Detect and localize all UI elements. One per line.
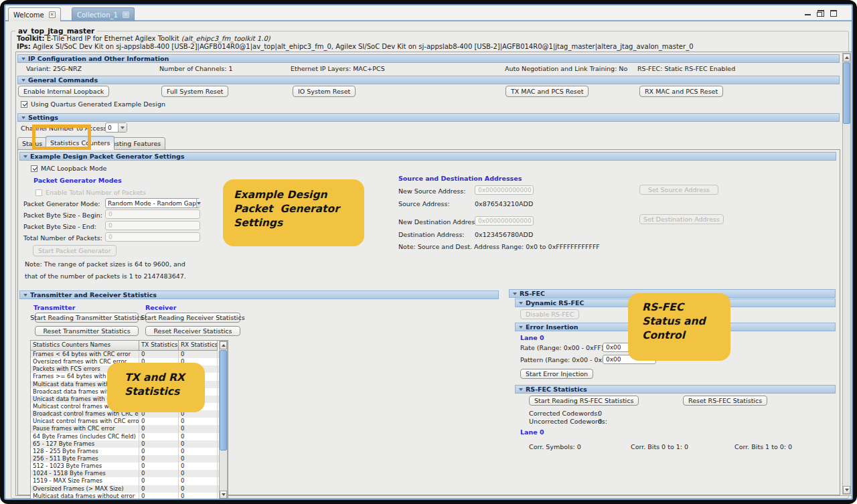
set-source-address-button[interactable]: Set Source Address [639, 185, 718, 195]
total-packets-input[interactable]: 0 [105, 232, 200, 242]
section-general-commands[interactable]: General Commands [17, 76, 840, 84]
master-group: av_top_jtag_master Toolkit: E-Tile Hard … [11, 31, 849, 499]
collapse-triangle-icon[interactable] [21, 58, 25, 60]
table-row[interactable]: Pause frames with CRC error 0 0 [31, 425, 228, 432]
close-icon[interactable]: ✕ [49, 11, 56, 18]
section-settings[interactable]: Settings [17, 113, 840, 122]
start-error-injection-button[interactable]: Start Error Injection [520, 369, 593, 379]
table-row[interactable]: Unicast control frames with CRC error 0 … [31, 418, 228, 425]
stat-name-cell: Pause frames with CRC error [31, 425, 139, 432]
scroll-up-icon[interactable] [843, 54, 850, 62]
reset-rs-fec-stats-button[interactable]: Reset RS-FEC Statistics [683, 396, 767, 406]
table-row[interactable]: 512 - 1023 Byte Frames 0 0 [31, 463, 228, 470]
table-scrollbar-thumb[interactable] [220, 350, 227, 450]
tx-value-cell: 0 [139, 477, 179, 485]
table-row[interactable]: 1519 - MAX Size Frames 0 0 [31, 477, 228, 485]
table-row[interactable]: Multicast data frames without error 0 0 [31, 493, 228, 500]
close-icon[interactable]: ✕ [123, 11, 129, 18]
start-reading-rs-fec-stats-button[interactable]: Start Reading RS-FEC Statistics [529, 396, 639, 406]
collapse-triangle-icon[interactable] [21, 116, 25, 119]
scroll-down-icon[interactable] [843, 486, 850, 494]
io-system-reset-button[interactable]: IO System Reset [293, 86, 356, 97]
disable-rs-fec-button[interactable]: Disable RS-FEC [520, 309, 579, 319]
column-header-names[interactable]: Statistics Counters Names [31, 341, 139, 351]
section-packet-generator[interactable]: Example Design Packet Generator Settings [19, 152, 836, 161]
statistics-table-header: Statistics Counters Names TX Statistics … [31, 341, 228, 351]
tab-welcome[interactable]: Welcome ✕ [8, 7, 61, 21]
collapse-triangle-icon[interactable] [513, 292, 517, 295]
enable-internal-loopback-button[interactable]: Enable Internal Loopback [18, 86, 109, 97]
set-dest-address-button[interactable]: Set Destination Address [639, 214, 724, 224]
chevron-down-icon[interactable] [118, 123, 127, 132]
main-scrollbar-thumb[interactable] [843, 62, 850, 124]
tx-value-cell: 0 [139, 493, 179, 500]
stat-name-cell: 1024 - 1518 Byte Frames [31, 470, 139, 477]
table-row[interactable]: 64 Byte Frames (includes CRC field) 0 0 [31, 433, 228, 440]
size-end-input[interactable]: 0 [105, 221, 200, 230]
collapse-triangle-icon[interactable] [519, 388, 523, 391]
table-row[interactable]: 65 - 127 Byte Frames 0 0 [31, 440, 228, 448]
new-source-input[interactable]: 0x000000000000 [475, 185, 534, 195]
using-example-design-checkbox[interactable]: Using Quartus Generated Example Design [21, 100, 165, 108]
mac-loopback-checkbox[interactable]: MAC Loopback Mode [31, 165, 106, 172]
stat-name-cell: 64 Byte Frames (includes CRC field) [31, 433, 139, 440]
full-system-reset-button[interactable]: Full System Reset [161, 86, 228, 97]
table-row[interactable]: Frames < 64 bytes with CRC error 0 0 [31, 351, 228, 358]
section-tx-rx-statistics[interactable]: Transmitter and Receiver Statistics [19, 290, 499, 299]
size-begin-input[interactable]: 0 [105, 209, 200, 219]
checkbox-label: MAC Loopback Mode [41, 165, 106, 172]
annotation-rs-fec: RS-FEC Status and Control [628, 293, 730, 361]
start-reading-tx-stats-button[interactable]: Start Reading Transmitter Statistics [35, 313, 139, 323]
enable-total-packets-checkbox[interactable]: Enable Total Number of Packets [35, 189, 146, 196]
minimize-icon[interactable] [805, 10, 811, 17]
section-ip-configuration[interactable]: IP Configuration and Other Information [17, 54, 840, 63]
packet-generator-mode-select[interactable]: Random Mode - Random Gap [105, 198, 200, 208]
tx-mac-pcs-reset-button[interactable]: TX MAC and PCS Reset [505, 86, 589, 97]
rx-value-cell: 0 [179, 477, 218, 485]
table-row[interactable]: 256 - 511 Byte Frames 0 0 [31, 455, 228, 463]
rx-value-cell: 0 [179, 448, 218, 455]
new-dest-input[interactable]: 0x000000000000 [475, 216, 534, 226]
rx-mac-pcs-reset-button[interactable]: RX MAC and PCS Reset [639, 86, 723, 97]
tab-collection-1[interactable]: Collection_1 ✕ [72, 7, 135, 21]
table-row[interactable]: 128 - 255 Byte Frames 0 0 [31, 448, 228, 455]
table-row[interactable]: 1024 - 1518 Byte Frames 0 0 [31, 470, 228, 477]
scroll-down-icon[interactable] [220, 491, 227, 499]
reset-rx-stats-button[interactable]: Reset Receiver Statistics [145, 326, 240, 336]
section-rs-fec-statistics[interactable]: RS-FEC Statistics [515, 385, 836, 394]
scroll-up-icon[interactable] [220, 341, 227, 349]
channels-field: Number of Channels: 1 [159, 65, 233, 72]
size-end-label: Packet Byte Size - End: [23, 223, 96, 230]
collapse-triangle-icon[interactable] [23, 294, 27, 297]
checkbox-unchecked-icon[interactable] [35, 189, 42, 196]
column-header-rx[interactable]: RX Statistics [179, 341, 218, 351]
transmitter-heading: Transmitter [33, 304, 75, 311]
stat-name-cell: Multicast data frames without error [31, 493, 139, 500]
collapse-triangle-icon[interactable] [519, 302, 523, 305]
toolkit-name: E-Tile Hard IP for Ethernet Agilex Toolk… [47, 35, 179, 42]
maximize-icon[interactable] [830, 10, 837, 17]
mode-label: Packet Generator Mode: [23, 200, 100, 207]
collapse-triangle-icon[interactable] [23, 155, 27, 158]
main-scroll-area: IP Configuration and Other Information V… [15, 52, 852, 496]
collapse-triangle-icon[interactable] [519, 326, 523, 329]
checkbox-checked-icon[interactable] [31, 165, 37, 172]
section-title: Settings [28, 114, 58, 121]
rx-value-cell: 0 [179, 455, 218, 463]
table-scrollbar[interactable] [219, 341, 228, 499]
start-reading-rx-stats-button[interactable]: Start Reading Receiver Statistics [145, 313, 240, 323]
collapse-triangle-icon[interactable] [21, 79, 25, 82]
table-row[interactable]: Oversized Frames (> MAX Size) 0 0 [31, 485, 228, 493]
start-packet-generator-button[interactable]: Start Packet Generator [33, 245, 116, 256]
channel-number-select[interactable]: 0 [105, 122, 127, 133]
main-scrollbar[interactable] [842, 53, 851, 495]
column-header-tx[interactable]: TX Statistics [139, 341, 179, 351]
reset-tx-stats-button[interactable]: Reset Transmitter Statistics [35, 326, 139, 336]
restore-icon[interactable] [817, 10, 824, 17]
stat-name-cell: 256 - 511 Byte Frames [31, 455, 139, 463]
rx-value-cell: 0 [179, 440, 218, 448]
toolkit-version: (alt_ehipc3_fm_toolkit 1.0) [181, 35, 270, 42]
rx-value-cell: 0 [179, 463, 218, 470]
chevron-down-icon[interactable] [196, 199, 201, 207]
checkbox-checked-icon[interactable] [21, 101, 27, 108]
